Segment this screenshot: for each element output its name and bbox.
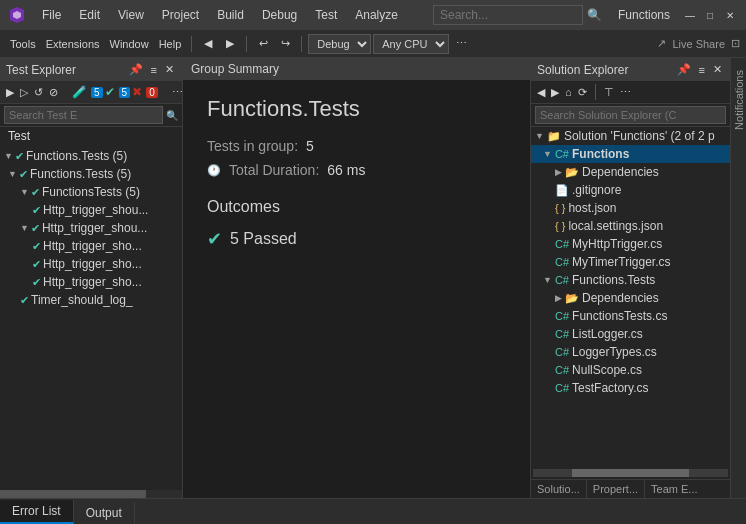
se-sync-btn[interactable]: ⟳ [576, 85, 589, 100]
undo-button[interactable]: ↩ [253, 35, 273, 52]
back-button[interactable]: ◀ [198, 35, 218, 52]
se-home-btn[interactable]: ⌂ [563, 85, 574, 99]
tree-item-4[interactable]: ▼ ✔ Http_trigger_shou... [0, 219, 182, 237]
cancel-btn[interactable]: ⊘ [47, 85, 60, 100]
se-close-icon[interactable]: ✕ [711, 62, 724, 77]
forward-button[interactable]: ▶ [220, 35, 240, 52]
menu-edit[interactable]: Edit [71, 4, 108, 26]
se-menu-icon[interactable]: ≡ [697, 63, 707, 77]
clock-icon: 🕐 [207, 164, 221, 177]
tree-item-1[interactable]: ▼ ✔ Functions.Tests (5) [0, 165, 182, 183]
refresh-btn[interactable]: ↺ [32, 85, 45, 100]
menu-view[interactable]: View [110, 4, 152, 26]
expand-icon-2[interactable]: ▼ [20, 187, 29, 197]
se-item-local-settings[interactable]: { } local.settings.json [531, 217, 730, 235]
test-explorer-title: Test Explorer [6, 63, 76, 77]
tree-item-6[interactable]: ✔ Http_trigger_sho... [0, 255, 182, 273]
se-filter-btn[interactable]: ⊤ [602, 85, 616, 100]
run-selected-btn[interactable]: ▷ [18, 85, 30, 100]
se-label-myhttp: MyHttpTrigger.cs [572, 237, 662, 251]
test-explorer-header-actions: 📌 ≡ ✕ [127, 62, 176, 77]
flask-icon: 🧪 [72, 85, 87, 99]
maximize-button[interactable]: □ [702, 7, 718, 23]
toolbar-menu-extensions[interactable]: Extensions [42, 36, 104, 52]
tree-item-label-6: Http_trigger_sho... [43, 257, 142, 271]
se-item-dep1[interactable]: ▶ 📂 Dependencies [531, 163, 730, 181]
se-tab-solution[interactable]: Solutio... [531, 480, 587, 498]
tree-item-label-5: Http_trigger_sho... [43, 239, 142, 253]
se-item-host[interactable]: { } host.json [531, 199, 730, 217]
solution-expand-icon[interactable]: ▼ [535, 131, 544, 141]
tree-item-2[interactable]: ▼ ✔ FunctionsTests (5) [0, 183, 182, 201]
se-search-input[interactable] [535, 106, 726, 124]
close-button[interactable]: ✕ [722, 7, 738, 23]
solution-icon: 📁 [547, 130, 561, 143]
live-share-label[interactable]: Live Share [672, 38, 725, 50]
pin-icon[interactable]: 📌 [127, 62, 145, 77]
dep1-expand-icon[interactable]: ▶ [555, 167, 562, 177]
loggertypes-cs-icon: C# [555, 346, 569, 358]
te-search-icon[interactable]: 🔍 [166, 110, 178, 121]
se-tab-properties[interactable]: Propert... [587, 480, 645, 498]
platform-select[interactable]: Any CPU [373, 34, 449, 54]
se-item-listlogger[interactable]: C# ListLogger.cs [531, 325, 730, 343]
menu-test[interactable]: Test [307, 4, 345, 26]
se-search-bar [531, 104, 730, 127]
dep2-expand-icon[interactable]: ▶ [555, 293, 562, 303]
mytimer-cs-icon: C# [555, 256, 569, 268]
expand-icon-4[interactable]: ▼ [20, 223, 29, 233]
menu-build[interactable]: Build [209, 4, 252, 26]
se-back-btn[interactable]: ◀ [535, 85, 547, 100]
se-item-myhttp[interactable]: C# MyHttpTrigger.cs [531, 235, 730, 253]
ft-expand-icon[interactable]: ▼ [543, 275, 552, 285]
menu-debug[interactable]: Debug [254, 4, 305, 26]
minimize-button[interactable]: — [682, 7, 698, 23]
functions-project-icon: C# [555, 148, 569, 160]
toolbar-more-btn[interactable]: ⋯ [451, 35, 471, 52]
se-item-solution[interactable]: ▼ 📁 Solution 'Functions' (2 of 2 p [531, 127, 730, 145]
menu-file[interactable]: File [34, 4, 69, 26]
te-scrollbar[interactable] [0, 490, 182, 498]
se-scrollbar[interactable] [533, 469, 728, 477]
se-item-testfactory[interactable]: C# TestFactory.cs [531, 379, 730, 397]
redo-button[interactable]: ↪ [275, 35, 295, 52]
se-item-mytimer[interactable]: C# MyTimerTrigger.cs [531, 253, 730, 271]
main-layout: Test Explorer 📌 ≡ ✕ ▶ ▷ ↺ ⊘ 🧪 5 ✔ 5 ✖ 0 … [0, 58, 746, 498]
toolbar-menu-tools[interactable]: Tools [6, 36, 40, 52]
se-item-fttests[interactable]: C# FunctionsTests.cs [531, 307, 730, 325]
tree-item-0[interactable]: ▼ ✔ Functions.Tests (5) [0, 147, 182, 165]
expand-icon-0[interactable]: ▼ [4, 151, 13, 161]
tree-item-7[interactable]: ✔ Http_trigger_sho... [0, 273, 182, 291]
te-search-input[interactable] [4, 106, 163, 124]
menu-analyze[interactable]: Analyze [347, 4, 406, 26]
tree-item-5[interactable]: ✔ Http_trigger_sho... [0, 237, 182, 255]
tab-error-list[interactable]: Error List [0, 500, 74, 524]
share-icon[interactable]: ⊡ [731, 37, 740, 50]
myhttp-cs-icon: C# [555, 238, 569, 250]
panel-menu-icon[interactable]: ≡ [149, 63, 159, 77]
se-forward-btn[interactable]: ▶ [549, 85, 561, 100]
tree-item-8[interactable]: ✔ Timer_should_log_ [0, 291, 182, 309]
se-more-btn[interactable]: ⋯ [618, 85, 633, 100]
functions-expand-icon[interactable]: ▼ [543, 149, 552, 159]
se-item-nullscope[interactable]: C# NullScope.cs [531, 361, 730, 379]
se-label-dep2: Dependencies [582, 291, 659, 305]
toolbar-menu-window[interactable]: Window [106, 36, 153, 52]
toolbar-menu-help[interactable]: Help [155, 36, 186, 52]
configuration-select[interactable]: Debug [308, 34, 371, 54]
menu-project[interactable]: Project [154, 4, 207, 26]
title-search-input[interactable] [433, 5, 583, 25]
pass-icon-0: ✔ [15, 150, 24, 163]
close-panel-icon[interactable]: ✕ [163, 62, 176, 77]
se-item-gitignore[interactable]: 📄 .gitignore [531, 181, 730, 199]
tab-output[interactable]: Output [74, 502, 135, 524]
tree-item-3[interactable]: ✔ Http_trigger_shou... [0, 201, 182, 219]
se-item-loggertypes[interactable]: C# LoggerTypes.cs [531, 343, 730, 361]
se-pin-icon[interactable]: 📌 [675, 62, 693, 77]
se-item-functions-tests[interactable]: ▼ C# Functions.Tests [531, 271, 730, 289]
run-all-btn[interactable]: ▶ [4, 85, 16, 100]
expand-icon-1[interactable]: ▼ [8, 169, 17, 179]
se-item-functions[interactable]: ▼ C# Functions [531, 145, 730, 163]
se-tab-team[interactable]: Team E... [645, 480, 703, 498]
se-item-dep2[interactable]: ▶ 📂 Dependencies [531, 289, 730, 307]
